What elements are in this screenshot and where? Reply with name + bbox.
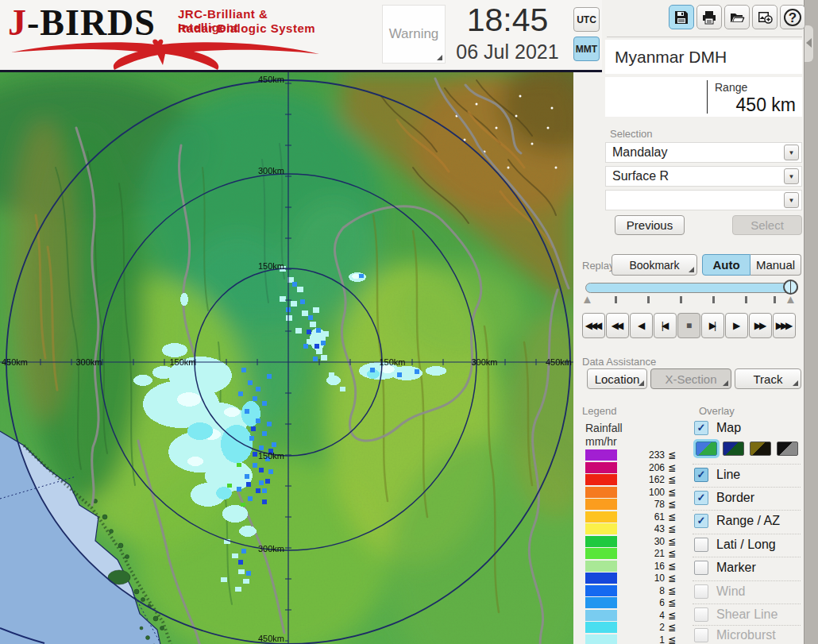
legend-entry: 6≦ bbox=[585, 597, 673, 609]
checkbox-shear-line[interactable] bbox=[694, 607, 708, 622]
track-button[interactable]: Track bbox=[735, 368, 801, 389]
svg-text:450km: 450km bbox=[2, 357, 28, 367]
legend-entry: 1≦ bbox=[585, 634, 673, 644]
replay-timeline-slider[interactable] bbox=[585, 283, 798, 293]
svg-text:300km: 300km bbox=[258, 166, 284, 175]
divider bbox=[693, 534, 801, 534]
capture-image-button[interactable] bbox=[752, 5, 777, 29]
forward-fast-button[interactable]: ▶▶▶ bbox=[773, 313, 796, 338]
svg-text:450km: 450km bbox=[258, 634, 284, 643]
step-back-button[interactable]: |◀ bbox=[654, 313, 677, 338]
overlay-item-line: ✓ Line bbox=[693, 468, 802, 484]
chevron-down-icon[interactable]: ▼ bbox=[784, 145, 799, 160]
legend-entry: 43≦ bbox=[585, 523, 673, 535]
location-button[interactable]: Location bbox=[587, 368, 647, 389]
save-icon bbox=[673, 10, 689, 25]
timeline-tick bbox=[774, 296, 776, 303]
map-style-swatch-1[interactable] bbox=[696, 442, 717, 456]
legend-swatch bbox=[585, 585, 617, 596]
timeline-tick bbox=[647, 296, 650, 303]
collapse-left-icon bbox=[806, 38, 812, 48]
checkbox-lati-long[interactable] bbox=[694, 538, 708, 552]
overlay-item-map: ✓ Map bbox=[693, 421, 802, 437]
chevron-down-icon[interactable]: ▼ bbox=[784, 192, 799, 208]
logo-subtitle-2: Radar Dialogic System bbox=[178, 21, 315, 35]
legend-entry: 100≦ bbox=[585, 487, 673, 499]
timeline-end-marker[interactable]: ▲ bbox=[785, 295, 797, 304]
legend-entry: 4≦ bbox=[585, 610, 673, 622]
legend-swatch bbox=[585, 462, 617, 473]
legend-entry: 78≦ bbox=[585, 499, 673, 511]
legend-unit-1: Rainfall bbox=[585, 422, 623, 434]
legend-swatch bbox=[585, 449, 617, 461]
manual-button[interactable]: Manual bbox=[750, 254, 801, 276]
map-style-swatch-4[interactable] bbox=[777, 442, 798, 456]
checkbox-marker[interactable] bbox=[694, 561, 708, 575]
bookmark-button[interactable]: Bookmark bbox=[612, 254, 697, 276]
legend-label: Legend bbox=[582, 405, 616, 417]
map-style-swatch-3[interactable] bbox=[750, 442, 771, 456]
previous-button[interactable]: Previous bbox=[615, 215, 685, 235]
overlay-item-range-az: ✓ Range / AZ bbox=[693, 514, 802, 530]
rewind-fast-button[interactable]: ◀◀◀ bbox=[582, 313, 605, 338]
site-select[interactable]: Mandalay ▼ bbox=[605, 142, 802, 163]
open-folder-button[interactable] bbox=[724, 5, 750, 29]
svg-text:300km: 300km bbox=[258, 544, 284, 553]
rewind-button[interactable]: ◀◀ bbox=[606, 313, 629, 338]
legend-entry: 61≦ bbox=[585, 511, 673, 523]
map-style-swatch-2[interactable] bbox=[723, 442, 744, 456]
radar-map[interactable]: 450km 300km 150km 150km 300km 450km 450k… bbox=[0, 72, 573, 644]
legend-swatch bbox=[585, 536, 617, 547]
svg-text:300km: 300km bbox=[471, 357, 497, 367]
jbirds-app: { "header": { "logo": { "title_red": "J"… bbox=[0, 0, 818, 644]
help-icon: ? bbox=[784, 9, 801, 26]
selection-label: Selection bbox=[610, 128, 652, 140]
svg-text:450km: 450km bbox=[546, 357, 572, 367]
legend-swatch bbox=[585, 573, 617, 584]
divider bbox=[693, 625, 801, 626]
utc-button[interactable]: UTC bbox=[573, 7, 600, 32]
mmt-button[interactable]: MMT bbox=[573, 37, 600, 61]
stop-button[interactable]: ■ bbox=[677, 313, 700, 338]
checkbox-map[interactable]: ✓ bbox=[694, 421, 708, 435]
product-select-value: Surface R bbox=[612, 169, 669, 183]
overlay-label: Overlay bbox=[699, 405, 735, 417]
checkbox-range-az[interactable]: ✓ bbox=[694, 514, 708, 528]
divider bbox=[693, 557, 801, 557]
x-section-button[interactable]: X-Section bbox=[650, 368, 731, 389]
play-reverse-button[interactable]: ◀ bbox=[630, 313, 653, 338]
folder-open-icon bbox=[729, 10, 745, 25]
radar-map-viewport[interactable]: 450km 300km 150km 150km 300km 450km 450k… bbox=[0, 72, 573, 644]
svg-text:150km: 150km bbox=[258, 261, 284, 271]
forward-button[interactable]: ▶▶ bbox=[749, 313, 772, 338]
legend-swatch bbox=[585, 474, 617, 485]
overlay-item-microburst: Microburst bbox=[693, 628, 802, 644]
legend-swatch bbox=[585, 499, 617, 510]
legend-entry: 206≦ bbox=[585, 462, 673, 474]
panel-splitter[interactable] bbox=[804, 0, 818, 644]
checkbox-border[interactable]: ✓ bbox=[694, 491, 708, 505]
auto-button[interactable]: Auto bbox=[702, 254, 750, 276]
step-forward-button[interactable]: ▶| bbox=[701, 313, 724, 338]
station-title: Myanmar DMH bbox=[605, 40, 802, 74]
timeline-tick bbox=[745, 296, 747, 303]
legend-entry: 162≦ bbox=[585, 474, 673, 486]
checkbox-wind[interactable] bbox=[694, 584, 708, 599]
legend-entry: 2≦ bbox=[585, 622, 673, 634]
timeline-tick bbox=[680, 296, 682, 303]
legend-swatch bbox=[585, 548, 617, 559]
chevron-down-icon[interactable]: ▼ bbox=[784, 168, 799, 184]
save-button[interactable] bbox=[669, 5, 694, 29]
warning-panel[interactable]: Warning bbox=[382, 5, 446, 64]
help-button[interactable]: ? bbox=[780, 5, 805, 29]
checkbox-microburst[interactable] bbox=[694, 628, 708, 642]
checkbox-line[interactable]: ✓ bbox=[694, 468, 708, 482]
option-select[interactable]: ▼ bbox=[605, 190, 802, 210]
play-button[interactable]: ▶ bbox=[725, 313, 748, 338]
svg-text:150km: 150km bbox=[258, 451, 284, 461]
overlay-item-marker: Marker bbox=[693, 561, 802, 577]
product-select[interactable]: Surface R ▼ bbox=[605, 166, 802, 187]
timeline-start-marker[interactable]: ▲ bbox=[581, 295, 593, 304]
print-button[interactable] bbox=[696, 5, 722, 29]
select-button[interactable]: Select bbox=[732, 215, 802, 235]
